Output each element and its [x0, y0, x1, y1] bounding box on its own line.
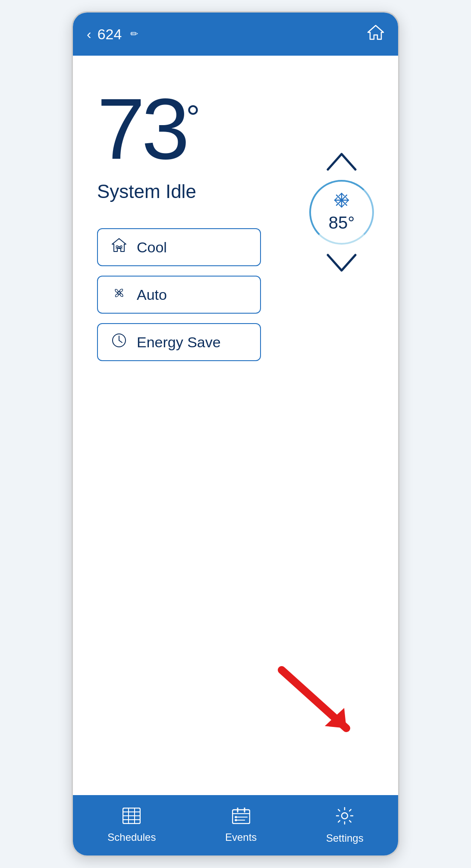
events-label: Events: [225, 831, 257, 843]
settings-icon: [336, 807, 354, 829]
degree-symbol: °: [186, 98, 200, 138]
app-header: ‹ 624 ✏: [73, 13, 398, 56]
snowflake-icon: [334, 192, 349, 211]
auto-mode-label: Auto: [137, 286, 167, 303]
device-title: 624: [97, 26, 122, 43]
energy-save-mode-label: Energy Save: [137, 334, 221, 351]
svg-point-30: [235, 816, 237, 818]
nav-item-schedules[interactable]: Schedules: [107, 808, 156, 843]
temperature-value: 73: [97, 86, 186, 172]
thermostat-control: 85°: [309, 151, 374, 274]
temperature-down-button[interactable]: [324, 252, 359, 274]
header-left: ‹ 624 ✏: [87, 26, 138, 43]
nav-item-events[interactable]: Events: [225, 808, 257, 843]
back-button[interactable]: ‹: [87, 26, 91, 42]
setpoint-circle: 85°: [309, 180, 374, 245]
edit-icon[interactable]: ✏: [130, 28, 138, 40]
cool-mode-button[interactable]: Cool: [97, 228, 261, 266]
bottom-navigation: Schedules Events: [73, 795, 398, 855]
energy-save-mode-icon: [111, 332, 127, 352]
settings-label: Settings: [326, 832, 364, 844]
schedules-icon: [122, 808, 141, 828]
setpoint-value: 85°: [329, 213, 355, 233]
cool-mode-icon: [111, 237, 127, 257]
energy-save-mode-button[interactable]: Energy Save: [97, 323, 261, 361]
cool-mode-label: Cool: [137, 239, 167, 256]
auto-mode-button[interactable]: Auto: [97, 276, 261, 314]
nav-item-settings[interactable]: Settings: [326, 807, 364, 844]
svg-point-31: [235, 819, 237, 821]
phone-frame: ‹ 624 ✏ 73 ° System Idle: [72, 11, 399, 857]
schedules-label: Schedules: [107, 831, 156, 843]
events-icon: [232, 808, 250, 828]
temperature-up-button[interactable]: [324, 151, 359, 172]
home-icon[interactable]: [367, 25, 384, 44]
auto-mode-icon: [111, 285, 127, 305]
main-content: 73 ° System Idle: [73, 56, 398, 795]
arrow-annotation: [273, 661, 359, 739]
svg-line-15: [119, 340, 122, 343]
svg-point-32: [342, 813, 348, 819]
